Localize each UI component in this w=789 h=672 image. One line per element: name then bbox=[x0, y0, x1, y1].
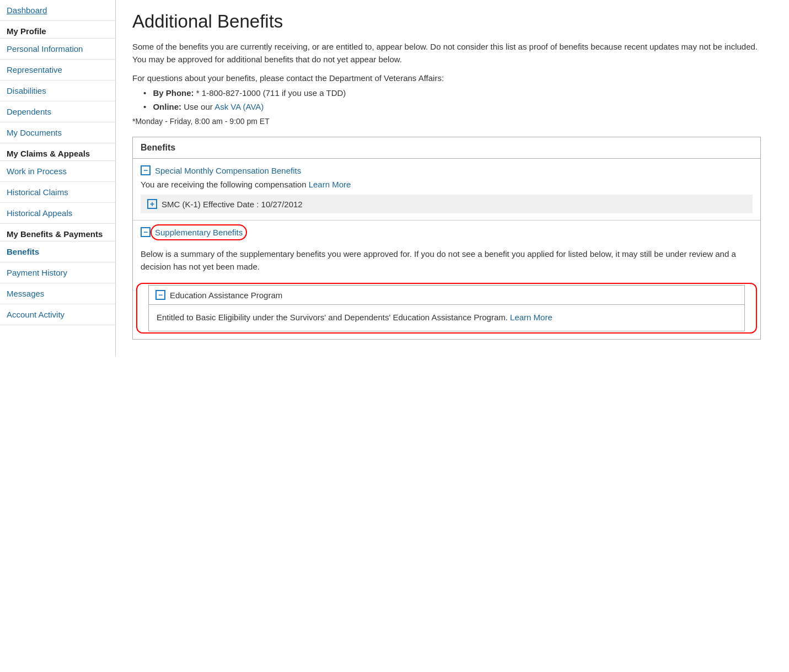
supplementary-body-text: Below is a summary of the supplementary … bbox=[133, 241, 760, 279]
schedule-note: *Monday - Friday, 8:00 am - 9:00 pm ET bbox=[132, 117, 761, 126]
sidebar-section-my-profile: My Profile bbox=[0, 21, 115, 39]
sidebar: Dashboard My Profile Personal Informatio… bbox=[0, 0, 116, 356]
benefits-box: Benefits − Special Monthly Compensation … bbox=[132, 137, 761, 340]
by-phone-note: * 1-800-827-1000 (711 if you use a TDD) bbox=[196, 88, 346, 98]
special-monthly-body: You are receiving the following compensa… bbox=[133, 180, 760, 220]
supplementary-link[interactable]: Supplementary Benefits bbox=[155, 228, 243, 237]
special-monthly-section: − Special Monthly Compensation Benefits … bbox=[133, 159, 760, 221]
smc-row: + SMC (K-1) Effective Date : 10/27/2012 bbox=[141, 195, 753, 213]
sidebar-section-benefits: My Benefits & Payments bbox=[0, 224, 115, 241]
benefits-box-header: Benefits bbox=[133, 137, 760, 159]
sidebar-item-account-activity[interactable]: Account Activity bbox=[0, 304, 115, 325]
contact-header: For questions about your benefits, pleas… bbox=[132, 73, 761, 83]
ask-va-link[interactable]: Ask VA (AVA) bbox=[214, 102, 264, 111]
edu-box: − Education Assistance Program Entitled … bbox=[148, 285, 745, 331]
main-content: Additional Benefits Some of the benefits… bbox=[116, 0, 777, 356]
sidebar-item-personal-information[interactable]: Personal Information bbox=[0, 39, 115, 60]
collapse-supplementary-icon[interactable]: − bbox=[141, 227, 151, 237]
sidebar-item-my-documents[interactable]: My Documents bbox=[0, 122, 115, 143]
sidebar-item-historical-appeals[interactable]: Historical Appeals bbox=[0, 203, 115, 224]
sidebar-item-dashboard[interactable]: Dashboard bbox=[0, 0, 115, 21]
contact-list: By Phone: * 1-800-827-1000 (711 if you u… bbox=[143, 88, 761, 111]
edu-body: Entitled to Basic Eligibility under the … bbox=[149, 305, 744, 331]
online-label: Online: bbox=[153, 102, 181, 111]
supplementary-section: − Supplementary Benefits Below is a summ… bbox=[133, 221, 760, 331]
sidebar-item-work-in-process[interactable]: Work in Process bbox=[0, 161, 115, 182]
sidebar-item-benefits[interactable]: Benefits bbox=[0, 241, 115, 262]
edu-box-wrapper: − Education Assistance Program Entitled … bbox=[141, 285, 753, 331]
collapse-special-monthly-icon[interactable]: − bbox=[141, 165, 151, 175]
collapse-edu-icon[interactable]: − bbox=[155, 290, 165, 300]
intro-text: Some of the benefits you are currently r… bbox=[132, 41, 761, 66]
edu-title-row: − Education Assistance Program bbox=[149, 286, 744, 305]
by-phone-label: By Phone: bbox=[153, 88, 194, 98]
special-monthly-title-row: − Special Monthly Compensation Benefits bbox=[133, 159, 760, 180]
edu-title: Education Assistance Program bbox=[170, 291, 282, 300]
expand-smc-icon[interactable]: + bbox=[147, 199, 157, 209]
sidebar-item-payment-history[interactable]: Payment History bbox=[0, 262, 115, 283]
edu-desc: Entitled to Basic Eligibility under the … bbox=[157, 313, 508, 322]
online-text-use: Use our bbox=[184, 102, 213, 111]
contact-online: Online: Use our Ask VA (AVA) bbox=[143, 102, 761, 111]
contact-phone: By Phone: * 1-800-827-1000 (711 if you u… bbox=[143, 88, 761, 98]
sidebar-item-disabilities[interactable]: Disabilities bbox=[0, 80, 115, 101]
special-monthly-desc: You are receiving the following compensa… bbox=[141, 180, 753, 189]
smc-label: SMC (K-1) Effective Date : 10/27/2012 bbox=[162, 200, 303, 209]
sidebar-item-historical-claims[interactable]: Historical Claims bbox=[0, 182, 115, 203]
sidebar-section-claims: My Claims & Appeals bbox=[0, 143, 115, 161]
sidebar-item-representative[interactable]: Representative bbox=[0, 60, 115, 80]
special-monthly-link[interactable]: Special Monthly Compensation Benefits bbox=[155, 166, 301, 175]
sidebar-item-messages[interactable]: Messages bbox=[0, 283, 115, 304]
page-title: Additional Benefits bbox=[132, 11, 761, 32]
learn-more-1-link[interactable]: Learn More bbox=[309, 180, 351, 189]
learn-more-2-link[interactable]: Learn More bbox=[510, 313, 552, 322]
sidebar-item-dependents[interactable]: Dependents bbox=[0, 101, 115, 122]
supplementary-title-row: − Supplementary Benefits bbox=[133, 221, 760, 241]
